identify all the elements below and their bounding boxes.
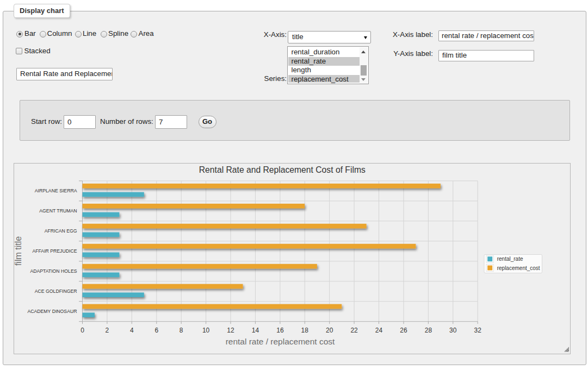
svg-text:16: 16	[276, 327, 284, 334]
svg-text:0: 0	[81, 327, 84, 334]
svg-text:28: 28	[424, 327, 432, 334]
svg-text:ADAPTATION HOLES: ADAPTATION HOLES	[30, 268, 77, 274]
svg-text:22: 22	[350, 327, 358, 334]
svg-text:32: 32	[474, 327, 481, 334]
svg-text:AFFAIR PREJUDICE: AFFAIR PREJUDICE	[32, 248, 77, 254]
svg-text:6: 6	[154, 327, 158, 334]
svg-text:18: 18	[301, 327, 308, 334]
svg-text:rental rate / replacement cost: rental rate / replacement cost	[225, 337, 335, 346]
svg-text:10: 10	[202, 327, 209, 334]
svg-text:rental_rate: rental_rate	[497, 256, 523, 262]
svg-text:replacement_cost: replacement_cost	[497, 265, 540, 271]
svg-text:4: 4	[129, 327, 133, 334]
svg-text:20: 20	[326, 327, 333, 334]
svg-text:Rental Rate and Replacement Co: Rental Rate and Replacement Cost of Film…	[199, 165, 365, 174]
svg-text:ACE GOLDFINGER: ACE GOLDFINGER	[34, 289, 77, 294]
svg-text:2: 2	[105, 327, 109, 334]
svg-text:AFRICAN EGG: AFRICAN EGG	[44, 228, 77, 234]
svg-text:30: 30	[449, 327, 457, 334]
svg-text:AIRPLANE SIERRA: AIRPLANE SIERRA	[34, 188, 77, 193]
svg-text:8: 8	[179, 327, 183, 334]
svg-text:14: 14	[251, 327, 259, 334]
svg-text:24: 24	[375, 327, 382, 334]
svg-text:film title: film title	[14, 236, 23, 266]
svg-text:12: 12	[227, 327, 234, 334]
svg-text:ACADEMY DINOSAUR: ACADEMY DINOSAUR	[27, 309, 77, 314]
svg-text:AGENT TRUMAN: AGENT TRUMAN	[39, 208, 77, 214]
svg-text:26: 26	[400, 327, 407, 334]
